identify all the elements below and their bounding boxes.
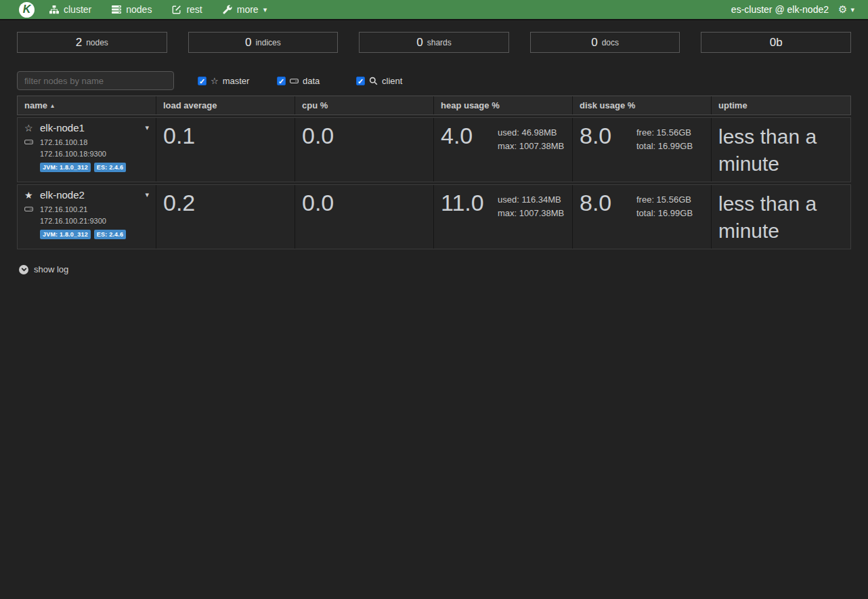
nav-label-nodes: nodes bbox=[126, 4, 152, 15]
stat-indices: 0 indices bbox=[188, 32, 339, 53]
node-actions-caret-icon[interactable]: ▾ bbox=[145, 191, 149, 199]
stat-indices-value: 0 bbox=[245, 36, 251, 49]
node-name-cell: ★ elk-node2 ▾ 172.16.100.21 172.16.100.2… bbox=[18, 185, 156, 249]
disk-percent-value: 8.0 bbox=[580, 189, 636, 215]
show-log-label: show log bbox=[34, 264, 68, 274]
stat-docs: 0 docs bbox=[530, 32, 680, 53]
show-log-toggle[interactable]: show log bbox=[19, 264, 868, 274]
hdd-icon bbox=[24, 138, 35, 146]
hdd-icon bbox=[290, 77, 299, 85]
header-name[interactable]: name ▴ bbox=[18, 96, 156, 115]
server-icon bbox=[112, 5, 121, 14]
stat-nodes: 2 nodes bbox=[17, 32, 167, 53]
disk-total-label: total: 16.99GB bbox=[636, 207, 693, 220]
wrench-icon bbox=[223, 5, 232, 14]
stat-shards-value: 0 bbox=[416, 36, 422, 49]
chevron-down-icon: ▾ bbox=[263, 6, 267, 14]
edit-icon bbox=[172, 5, 181, 14]
chevron-circle-down-icon bbox=[19, 265, 28, 274]
header-disk-usage[interactable]: disk usage % bbox=[573, 96, 712, 115]
disk-cell: 8.0 free: 15.56GB total: 16.99GB bbox=[573, 118, 712, 182]
cpu-cell: 0.0 bbox=[295, 118, 434, 182]
kopf-logo[interactable]: K bbox=[19, 2, 35, 18]
heap-used-label: used: 46.98MB bbox=[498, 126, 564, 140]
node-filter-row: ✓ ☆ master ✓ data ✓ client bbox=[17, 71, 851, 90]
nav-item-nodes[interactable]: nodes bbox=[112, 4, 152, 15]
filter-client-checkbox-group[interactable]: ✓ client bbox=[356, 76, 412, 86]
node-transport-address: 172.16.100.21:9300 bbox=[40, 217, 149, 225]
node-actions-caret-icon[interactable]: ▾ bbox=[145, 124, 149, 131]
header-heap-usage[interactable]: heap usage % bbox=[434, 96, 573, 115]
nav-item-rest[interactable]: rest bbox=[172, 4, 202, 15]
sitemap-icon bbox=[49, 5, 59, 14]
cpu-cell: 0.0 bbox=[295, 185, 434, 249]
master-checkbox[interactable]: ✓ bbox=[198, 77, 207, 85]
stat-nodes-value: 2 bbox=[76, 36, 82, 49]
search-icon bbox=[369, 77, 378, 85]
es-version-badge: ES: 2.4.6 bbox=[94, 163, 126, 172]
jvm-version-badge: JVM: 1.8.0_312 bbox=[40, 230, 91, 239]
settings-menu[interactable]: ⚙ ▾ bbox=[838, 5, 854, 15]
node-filter-input[interactable] bbox=[17, 71, 174, 90]
cpu-value: 0.0 bbox=[302, 122, 427, 148]
heap-percent-value: 4.0 bbox=[441, 122, 498, 148]
uptime-value: less than a minute bbox=[718, 189, 844, 245]
heap-percent-value: 11.0 bbox=[441, 189, 498, 215]
nav-item-cluster[interactable]: cluster bbox=[49, 4, 91, 15]
kopf-logo-letter: K bbox=[23, 3, 31, 16]
nav-item-more[interactable]: more ▾ bbox=[223, 4, 267, 15]
stat-shards: 0 shards bbox=[359, 32, 509, 53]
disk-free-label: free: 15.56GB bbox=[636, 126, 693, 140]
disk-cell: 8.0 free: 15.56GB total: 16.99GB bbox=[573, 185, 712, 249]
stat-shards-label: shards bbox=[427, 38, 452, 47]
star-filled-icon: ★ bbox=[24, 190, 35, 201]
node-transport-address: 172.16.100.18:9300 bbox=[40, 150, 149, 158]
disk-free-label: free: 15.56GB bbox=[636, 193, 693, 207]
disk-total-label: total: 16.99GB bbox=[636, 140, 693, 153]
uptime-value: less than a minute bbox=[718, 122, 844, 178]
client-checkbox[interactable]: ✓ bbox=[356, 77, 365, 85]
nav-label-rest: rest bbox=[186, 4, 202, 15]
master-checkbox-label: master bbox=[223, 76, 250, 86]
heap-max-label: max: 1007.38MB bbox=[498, 207, 564, 220]
filter-data-checkbox-group[interactable]: ✓ data bbox=[277, 76, 332, 86]
client-checkbox-label: client bbox=[382, 76, 402, 86]
header-cpu[interactable]: cpu % bbox=[295, 96, 434, 115]
load-average-cell: 0.1 bbox=[156, 118, 295, 182]
table-row-elk-node2: ★ elk-node2 ▾ 172.16.100.21 172.16.100.2… bbox=[17, 184, 851, 249]
heap-cell: 4.0 used: 46.98MB max: 1007.38MB bbox=[434, 118, 573, 182]
heap-cell: 11.0 used: 116.34MB max: 1007.38MB bbox=[434, 185, 573, 249]
node-name: elk-node2 bbox=[40, 189, 85, 201]
navbar-right: es-cluster @ elk-node2 ⚙ ▾ bbox=[731, 4, 854, 15]
cluster-stats-row: 2 nodes 0 indices 0 shards 0 docs 0b bbox=[17, 32, 851, 53]
header-load-average[interactable]: load average bbox=[156, 96, 295, 115]
nodes-table-header: name ▴ load average cpu % heap usage % d… bbox=[17, 96, 851, 115]
star-icon: ☆ bbox=[211, 77, 219, 85]
stat-docs-value: 0 bbox=[591, 36, 597, 49]
node-ip: 172.16.100.21 bbox=[40, 205, 87, 213]
sort-asc-icon: ▴ bbox=[51, 102, 54, 109]
stat-indices-label: indices bbox=[255, 38, 280, 47]
stat-nodes-label: nodes bbox=[86, 38, 108, 47]
stat-size-value: 0b bbox=[770, 36, 783, 49]
header-uptime[interactable]: uptime bbox=[712, 96, 850, 115]
nav-label-more: more bbox=[237, 4, 259, 15]
node-name-cell: ☆ elk-node1 ▾ 172.16.100.18 172.16.100.1… bbox=[18, 118, 156, 182]
jvm-version-badge: JVM: 1.8.0_312 bbox=[40, 163, 91, 172]
load-average-cell: 0.2 bbox=[156, 185, 295, 249]
nav-label-cluster: cluster bbox=[64, 4, 91, 15]
filter-master-checkbox-group[interactable]: ✓ ☆ master bbox=[198, 76, 253, 86]
node-name: elk-node1 bbox=[40, 122, 85, 133]
heap-used-label: used: 116.34MB bbox=[498, 193, 564, 207]
data-checkbox[interactable]: ✓ bbox=[277, 77, 286, 85]
table-row-elk-node1: ☆ elk-node1 ▾ 172.16.100.18 172.16.100.1… bbox=[17, 117, 851, 182]
nodes-table: name ▴ load average cpu % heap usage % d… bbox=[17, 96, 851, 249]
stat-size: 0b bbox=[701, 32, 851, 53]
hdd-icon bbox=[24, 205, 35, 213]
uptime-cell: less than a minute bbox=[712, 118, 850, 182]
kopf-app: K cluster nodes rest more ▾ bbox=[0, 0, 868, 599]
uptime-cell: less than a minute bbox=[712, 185, 850, 249]
cpu-value: 0.0 bbox=[302, 189, 427, 215]
stat-docs-label: docs bbox=[602, 38, 619, 47]
node-ip: 172.16.100.18 bbox=[40, 138, 87, 146]
